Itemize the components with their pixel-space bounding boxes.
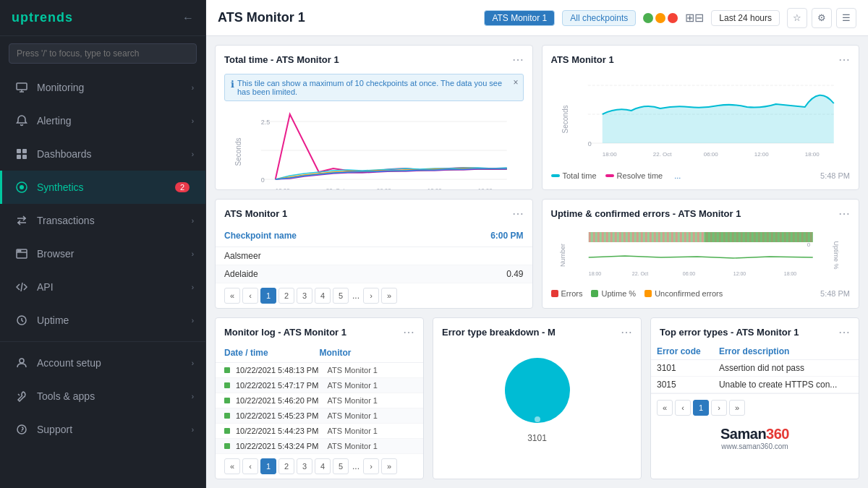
error-code-2: 3015 xyxy=(651,377,713,393)
card-monitor-log-menu[interactable]: ⋯ xyxy=(403,325,414,339)
sidebar-item-label-uptime: Uptime xyxy=(37,314,192,326)
star-icon[interactable]: ☆ xyxy=(787,8,807,28)
log-date-6: 10/22/2021 5:43:24 PM xyxy=(236,442,323,450)
uptime-chart-svg: 0 18:00 22. Oct 06:00 12:00 18:00 xyxy=(571,225,830,283)
log-page-5[interactable]: 5 xyxy=(333,458,349,474)
grid-icon xyxy=(14,146,30,162)
log-date-1: 10/22/2021 5:48:13 PM xyxy=(236,366,323,374)
log-status-6 xyxy=(224,443,230,449)
gear-icon[interactable]: ⚙ xyxy=(812,8,832,28)
page-2[interactable]: 2 xyxy=(278,288,294,304)
page-last[interactable]: » xyxy=(381,288,397,304)
sidebar-item-dashboards[interactable]: Dashboards › xyxy=(0,137,205,171)
page-next[interactable]: › xyxy=(363,288,379,304)
chevron-right-icon: › xyxy=(192,84,194,92)
bell-icon xyxy=(14,113,30,129)
log-row: 10/22/2021 5:48:13 PM ATS Monitor 1 xyxy=(216,363,423,378)
legend-label-errors: Errors xyxy=(561,289,583,298)
log-page-last[interactable]: » xyxy=(381,458,397,474)
error-page-first[interactable]: « xyxy=(657,400,673,416)
log-page-2[interactable]: 2 xyxy=(278,458,294,474)
sidebar-item-synthetics[interactable]: Synthetics 2 xyxy=(0,171,205,204)
monitor-icon xyxy=(14,80,30,95)
error-desc-2: Unable to create HTTPS con... xyxy=(713,377,859,393)
card-total-time-menu[interactable]: ⋯ xyxy=(512,53,524,67)
legend-unconfirmed: Unconfirmed errors xyxy=(644,289,723,298)
sidebar-item-api[interactable]: API › xyxy=(0,270,205,304)
sidebar-item-label-browser: Browser xyxy=(37,248,192,260)
saman-watermark: Saman360 www.saman360.com xyxy=(651,419,859,453)
svg-text:06:00: 06:00 xyxy=(682,271,695,276)
hamburger-icon[interactable]: ☰ xyxy=(836,8,856,28)
log-page-next[interactable]: › xyxy=(363,458,379,474)
card-monitor-log-title: Monitor log - ATS Monitor 1 xyxy=(224,327,346,338)
nav-divider xyxy=(0,341,205,342)
page-3[interactable]: 3 xyxy=(297,288,312,304)
col-monitor: Monitor xyxy=(320,348,415,358)
col-date-time: Date / time xyxy=(224,348,320,358)
y-axis-label-ats: Seconds xyxy=(561,105,569,133)
error-page-last[interactable]: » xyxy=(729,400,745,416)
checkpoint-name-1: Aalsmeer xyxy=(224,251,524,261)
page-first[interactable]: « xyxy=(224,288,240,304)
view-toggle-icon[interactable]: ⊞⊟ xyxy=(685,11,704,25)
page-prev[interactable]: ‹ xyxy=(242,288,258,304)
col-checkpoint-time: 6:00 PM xyxy=(490,231,523,241)
card-uptime-errors-menu[interactable]: ⋯ xyxy=(838,207,850,221)
card-ats-chart-menu[interactable]: ⋯ xyxy=(838,53,850,67)
log-date-2: 10/22/2021 5:47:17 PM xyxy=(236,381,323,390)
monitor-pill[interactable]: ATS Monitor 1 xyxy=(484,10,555,26)
page-5[interactable]: 5 xyxy=(333,288,349,304)
sidebar-item-alerting[interactable]: Alerting › xyxy=(0,104,205,137)
svg-text:0: 0 xyxy=(807,241,810,248)
checkpoint-value-2: 0.49 xyxy=(506,269,523,279)
error-page-1[interactable]: 1 xyxy=(693,400,709,416)
log-page-prev[interactable]: ‹ xyxy=(242,458,258,474)
info-banner: ℹ This tile can show a maximum of 10 che… xyxy=(224,74,524,101)
legend-more-ats[interactable]: ... xyxy=(674,171,681,180)
sidebar-item-tools-apps[interactable]: Tools & apps › xyxy=(0,380,205,413)
logo-text: uptrends xyxy=(12,10,73,25)
error-page-next[interactable]: › xyxy=(711,400,727,416)
log-monitor-1: ATS Monitor 1 xyxy=(328,366,415,374)
uptime-legend: Errors Uptime % Unconfirmed errors 5:48 … xyxy=(551,285,851,302)
sidebar-item-transactions[interactable]: Transactions › xyxy=(0,204,205,237)
search-input[interactable] xyxy=(9,43,197,64)
page-1[interactable]: 1 xyxy=(260,288,276,304)
checkpoint-pill[interactable]: All checkpoints xyxy=(562,10,636,26)
status-dot-green xyxy=(643,13,653,23)
card-checkpoint-table-menu[interactable]: ⋯ xyxy=(512,207,524,221)
sidebar-item-browser[interactable]: Browser › xyxy=(0,237,205,270)
svg-text:12:00: 12:00 xyxy=(754,151,769,158)
log-page-4[interactable]: 4 xyxy=(315,458,331,474)
svg-rect-5 xyxy=(17,155,21,159)
page-4[interactable]: 4 xyxy=(315,288,331,304)
card-monitor-log-header: Monitor log - ATS Monitor 1 ⋯ xyxy=(216,318,423,343)
error-page-prev[interactable]: ‹ xyxy=(675,400,691,416)
legend-color-uptime xyxy=(591,290,598,297)
card-total-time: Total time - ATS Monitor 1 ⋯ ℹ This tile… xyxy=(215,45,533,190)
sidebar-item-account-setup[interactable]: Account setup › xyxy=(0,346,205,380)
close-icon[interactable]: × xyxy=(513,77,518,87)
time-range-pill[interactable]: Last 24 hours xyxy=(711,10,780,26)
sidebar-item-support[interactable]: Support › xyxy=(0,413,205,446)
card-error-breakdown-menu[interactable]: ⋯ xyxy=(621,325,632,339)
sidebar-item-label-api: API xyxy=(37,281,192,293)
log-page-3[interactable]: 3 xyxy=(297,458,312,474)
collapse-icon[interactable]: ← xyxy=(182,12,194,25)
svg-text:18:00: 18:00 xyxy=(783,271,796,276)
y-axis-label-uptime-left: Number xyxy=(559,243,566,266)
card-top-errors-menu[interactable]: ⋯ xyxy=(838,325,850,339)
log-page-first[interactable]: « xyxy=(224,458,240,474)
sidebar-item-monitoring[interactable]: Monitoring › xyxy=(0,71,205,104)
legend-uptime-pct: Uptime % xyxy=(591,289,636,298)
chevron-right-icon-alerting: › xyxy=(192,117,194,125)
y-axis-label-total-time: Seconds xyxy=(234,137,242,166)
card-error-breakdown-header: Error type breakdown - M ⋯ xyxy=(433,318,641,343)
log-date-4: 10/22/2021 5:45:23 PM xyxy=(236,411,323,420)
log-page-1[interactable]: 1 xyxy=(260,458,276,474)
sidebar-item-uptime[interactable]: Uptime › xyxy=(0,304,205,337)
error-value-label: 3101 xyxy=(527,433,547,443)
svg-point-46 xyxy=(505,358,570,423)
table-row: Aalsmeer xyxy=(216,247,532,265)
